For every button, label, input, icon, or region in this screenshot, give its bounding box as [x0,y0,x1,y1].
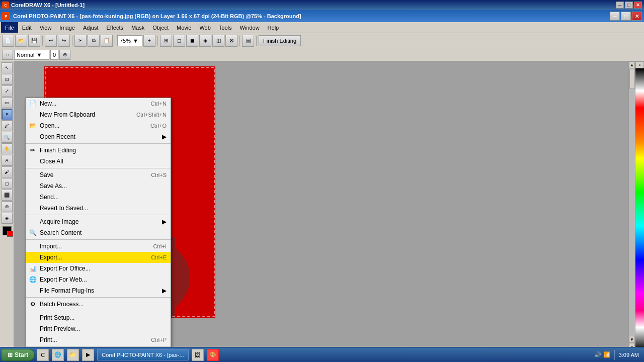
menu-save[interactable]: Save Ctrl+S [26,169,171,180]
scroll-up-btn[interactable]: ▲ [629,61,635,68]
copy-btn[interactable]: ⧉ [88,35,100,47]
menu-finish-editing[interactable]: ✏ Finish Editing [26,145,171,156]
menu-revert[interactable]: Revert to Saved... [26,203,171,214]
tool-sharpen[interactable]: ◈ [2,213,13,224]
view-btn-3[interactable]: ◼ [186,35,198,47]
menu-search-content[interactable]: 🔍 Search Content [26,227,171,238]
app-close-btn[interactable]: ✕ [632,12,642,21]
os-app-icon: C [2,2,9,9]
menu-export[interactable]: Export... Ctrl+E [26,252,171,263]
tool-mask-rect[interactable]: ▭ [2,97,13,108]
menu-file[interactable]: File [1,22,18,33]
color-gradient-bar[interactable] [635,68,644,350]
vertical-scrollbar[interactable]: ▲ ▼ » [628,61,635,350]
taskbar-folder-icon[interactable]: 📁 [67,349,79,361]
foreground-color[interactable] [3,226,12,235]
menu-print[interactable]: Print... Ctrl+P [26,334,171,345]
tool-pointer[interactable]: ↖ [2,62,13,73]
taskbar-media-icon[interactable]: ▶ [82,349,94,361]
app-maximize-btn[interactable]: □ [621,12,631,21]
opacity-btn[interactable]: ⊕ [59,50,70,60]
tool-hand[interactable]: ✋ [2,143,13,154]
view-btn-2[interactable]: ◻ [173,35,185,47]
menu-open[interactable]: 📂 Open... Ctrl+O [26,120,171,131]
menu-web[interactable]: Web [195,22,214,33]
zoom-dropdown[interactable]: 75% ▼ [117,35,142,46]
tray-sep [614,350,615,360]
menu-print-preview[interactable]: Print Preview... [26,323,171,334]
background-color[interactable] [7,231,13,237]
menu-effects[interactable]: Effects [103,22,127,33]
os-minimize-btn[interactable]: ─ [616,2,624,9]
view-btn-6[interactable]: ⊠ [225,35,237,47]
blend-mode-dropdown[interactable]: Normal ▼ [14,50,49,60]
view-btn-4[interactable]: ◈ [199,35,211,47]
menu-export-office[interactable]: 📊 Export For Office... [26,263,171,274]
undo-btn[interactable]: ↩ [45,35,57,47]
tool-text[interactable]: A [2,155,13,166]
menu-adjust[interactable]: Adjust [79,22,103,33]
scroll-down-btn[interactable]: ▼ [629,336,635,343]
redo-btn[interactable]: ↪ [58,35,70,47]
tool-crop[interactable]: ⊡ [2,74,13,85]
color-swatches [3,226,12,235]
menu-new-label: New... [40,100,56,107]
menu-window[interactable]: Window [235,22,263,33]
taskbar-corel-icon[interactable]: C [37,349,49,361]
scroll-thumb[interactable] [629,69,635,89]
tool-clone[interactable]: ⊕ [2,201,13,212]
menu-import[interactable]: Import... Ctrl+I [26,241,171,252]
start-button[interactable]: ⊞ Start [1,349,35,361]
menu-export-label: Export... [40,254,62,261]
menu-batch-process[interactable]: ⚙ Batch Process... [26,299,171,310]
taskbar-corel-btn[interactable]: 🖼 [192,349,204,361]
new-file-btn[interactable]: 📄 [2,35,14,47]
taskbar-browser-icon[interactable]: 🌐 [52,349,64,361]
menu-mask[interactable]: Mask [127,22,148,33]
tool-zoom[interactable]: 🔍 [2,132,13,143]
finish-editing-btn[interactable]: Finish Editing [259,35,301,46]
menu-close-all[interactable]: Close All [26,156,171,167]
cut-btn[interactable]: ✂ [74,35,87,47]
menu-tools[interactable]: Tools [215,22,236,33]
menu-edit[interactable]: Edit [18,22,36,33]
zoom-in-btn[interactable]: + [143,35,155,47]
menu-file-plugins[interactable]: File Format Plug-Ins ▶ [26,285,171,296]
tool-eyedropper[interactable]: 🖊 [2,120,13,131]
color-expand-btn[interactable]: » [635,61,644,68]
taskbar-active-app[interactable]: Corel PHOTO-PAINT X6 - [pas-... [97,349,188,360]
menu-movie[interactable]: Movie [173,22,195,33]
menu-new[interactable]: 📄 New... Ctrl+N [26,98,171,109]
menu-new-clipboard[interactable]: New From Clipboard Ctrl+Shift+N [26,109,171,120]
open-file-btn[interactable]: 📂 [15,35,27,47]
tool-erase[interactable]: ◻ [2,178,13,189]
tool-paint[interactable]: 🖌 [2,166,13,177]
menu-close-all-label: Close All [40,158,63,165]
tool-transform[interactable]: ⤢ [2,85,13,97]
menu-view[interactable]: View [36,22,56,33]
save-file-btn[interactable]: 💾 [28,35,40,47]
os-close-btn[interactable]: ✕ [634,2,642,9]
tool-option-1[interactable]: ↔ [2,50,13,60]
app-minimize-btn[interactable]: ─ [610,12,620,21]
menu-acquire-image[interactable]: Acquire Image ▶ [26,216,171,227]
main-area: ↖ ⊡ ⤢ ▭ ✦ 🖊 🔍 ✋ A 🖌 ◻ ⬛ ⊕ ◈ [0,61,644,350]
menu-export-web[interactable]: 🌐 Export For Web... [26,274,171,285]
os-maximize-btn[interactable]: □ [625,2,633,9]
taskbar-red-icon[interactable]: 🎨 [207,349,219,361]
zoom-value: 75% [120,38,131,44]
tool-magic-wand[interactable]: ✦ [2,109,13,120]
layer-btn[interactable]: ▤ [242,35,254,47]
view-btn-1[interactable]: ⊞ [160,35,172,47]
menu-help[interactable]: Help [264,22,283,33]
tool-fill[interactable]: ⬛ [2,190,13,201]
menu-image[interactable]: Image [55,22,79,33]
paste-btn[interactable]: 📋 [101,35,113,47]
menu-print-setup[interactable]: Print Setup... [26,312,171,323]
menu-send[interactable]: Send... [26,192,171,203]
menu-open-recent[interactable]: Open Recent ▶ [26,131,171,142]
view-btn-5[interactable]: ◫ [212,35,224,47]
opacity-input[interactable]: 0 [50,50,58,60]
menu-save-as[interactable]: Save As... [26,180,171,192]
menu-object[interactable]: Object [148,22,173,33]
